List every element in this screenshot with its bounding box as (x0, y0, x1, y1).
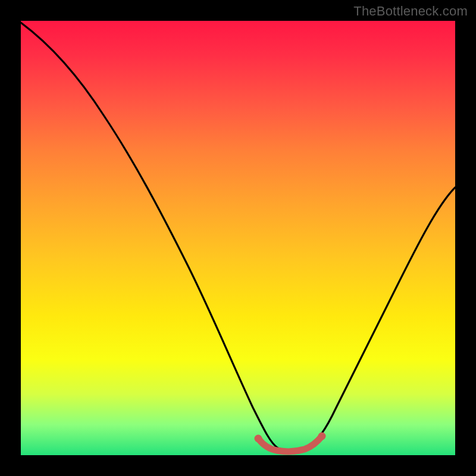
chart-frame: TheBottleneck.com (0, 0, 476, 476)
plot-area (21, 21, 455, 455)
watermark-text: TheBottleneck.com (353, 4, 468, 19)
highlight-segment (258, 436, 322, 452)
highlight-start-dot (255, 435, 262, 443)
bottleneck-curve (21, 23, 455, 450)
curve-overlay (21, 21, 455, 455)
highlight-end-dot (318, 433, 326, 440)
